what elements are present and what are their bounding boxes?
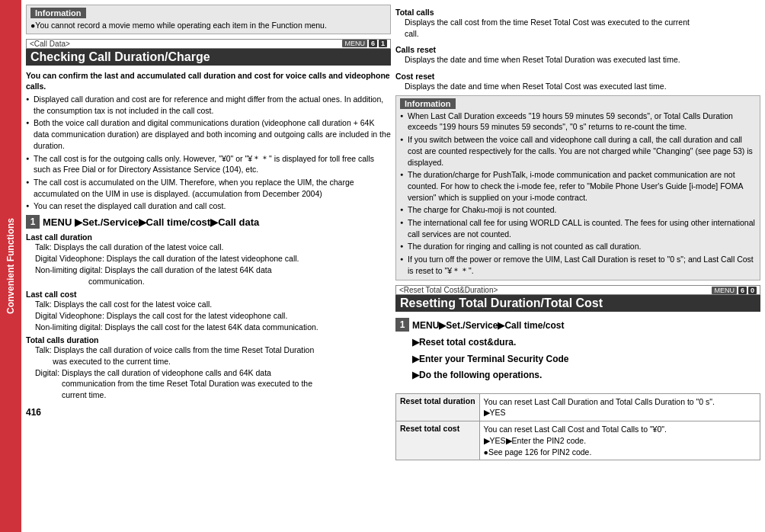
sub-label-lcd: Last call duration	[26, 232, 391, 242]
sub-label-lcc: Last call cost	[26, 290, 391, 299]
reset-section-header: <Reset Total Cost&Duration> MENU 6 0 Res…	[395, 285, 760, 312]
bullet-4: The call cost is accumulated on the UIM.…	[26, 177, 391, 199]
last-call-duration: Last call duration Talk: Displays the ca…	[26, 232, 391, 287]
reset-duration-action: ▶YES	[484, 407, 756, 418]
reset-table: Reset total duration You can reset Last …	[395, 393, 760, 460]
right-bullet-3: The duration/charge for PushTalk, i-mode…	[400, 169, 756, 203]
call-data-intro: You can confirm the last and accumulated…	[26, 70, 391, 92]
right-bullet-2: If you switch between the voice call and…	[400, 134, 756, 168]
reset-cost-content: You can reset Last Call Cost and Total C…	[479, 421, 760, 460]
call-data-title: Checking Call Duration/Charge	[26, 49, 391, 66]
menu-label: MENU	[43, 216, 72, 228]
reset-cost-action: ▶YES▶Enter the PIN2 code.	[484, 435, 756, 447]
reset-menu-icon: MENU	[712, 287, 737, 294]
bullet-3: The call cost is for the outgoing calls …	[26, 153, 391, 175]
sub-label-tcd: Total calls duration	[26, 335, 391, 345]
sub-content-cost-reset: Displays the date and time when Reset To…	[395, 81, 760, 92]
bullet-2: Both the voice call duration and digital…	[26, 117, 391, 151]
reset-duration-text: You can reset Last Call Duration and Tot…	[484, 396, 756, 408]
reset-cost-note: ●See page 126 for PIN2 code.	[484, 447, 756, 458]
reset-section-tag: <Reset Total Cost&Duration> MENU 6 0	[395, 285, 760, 295]
left-info-box: Information ●You cannot record a movie m…	[26, 5, 391, 34]
sidebar-label: Convenient Functions	[5, 218, 16, 314]
reset-menu-num1: 6	[738, 287, 747, 294]
right-info-header: Information	[400, 98, 456, 109]
right-bullet-4: The charge for Chaku-moji is not counted…	[400, 204, 756, 216]
call-data-tag-label: <Call Data>	[30, 40, 70, 48]
table-row-duration: Reset total duration You can reset Last …	[396, 393, 760, 421]
menu-num2: 1	[379, 40, 387, 47]
menu-badge: MENU 6 1	[342, 40, 387, 47]
table-row-cost: Reset total cost You can reset Last Call…	[396, 421, 760, 460]
reset-tag-label: <Reset Total Cost&Duration>	[399, 286, 498, 294]
step1-text: MENU ▶Set./Service▶Call time/cost▶Call d…	[43, 215, 259, 230]
right-bullet-6: The duration for ringing and calling is …	[400, 241, 756, 252]
right-info-bullets: When Last Call Duration exceeds "19 hour…	[400, 111, 756, 277]
sub-label-tc: Total calls	[395, 8, 760, 17]
call-data-tag: <Call Data> MENU 6 1	[26, 39, 391, 49]
menu-num1: 6	[369, 40, 377, 47]
reset-duration-content: You can reset Last Call Duration and Tot…	[479, 393, 760, 421]
total-calls-duration: Total calls duration Talk: Displays the …	[26, 335, 391, 400]
right-info-box: Information When Last Call Duration exce…	[395, 95, 760, 281]
reset-menu-badge: MENU 6 0	[712, 287, 757, 294]
sidebar: Convenient Functions	[0, 0, 21, 532]
reset-cost-label: Reset total cost	[396, 421, 480, 460]
sub-content-tcd: Talk: Displays the call duration of voic…	[26, 345, 391, 400]
menu-icon: MENU	[342, 40, 367, 47]
cost-reset: Cost reset Displays the date and time wh…	[395, 72, 760, 92]
sub-content-cr: Displays the date and time when Reset To…	[395, 54, 760, 66]
reset-section-title: Resetting Total Duration/Total Cost	[395, 295, 760, 312]
page-number: 416	[26, 407, 391, 418]
reset-cost-text: You can reset Last Call Cost and Total C…	[484, 424, 756, 435]
sub-label-cost-reset: Cost reset	[395, 72, 760, 81]
call-data-bullets: Displayed call duration and cost are for…	[26, 94, 391, 212]
left-info-header: Information	[30, 8, 86, 18]
total-calls: Total calls Displays the call cost from …	[395, 8, 760, 39]
sub-label-cr: Calls reset	[395, 45, 760, 54]
sub-content-tc: Displays the call cost from the time Res…	[395, 17, 760, 39]
reset-menu-label: MENU	[412, 320, 439, 331]
right-bullet-1: When Last Call Duration exceeds "19 hour…	[400, 111, 756, 133]
right-column: Total calls Displays the call cost from …	[395, 5, 760, 527]
bullet-1: Displayed call duration and cost are for…	[26, 94, 391, 116]
bullet-5: You can reset the displayed call duratio…	[26, 200, 391, 212]
right-bullet-5: The international call fee for using WOR…	[400, 217, 756, 239]
reset-step1-text: MENU▶Set./Service▶Call time/cost ▶Reset …	[412, 318, 569, 383]
left-info-text: ●You cannot record a movie memo while op…	[30, 20, 386, 31]
reset-duration-label: Reset total duration	[396, 393, 480, 421]
call-data-body: You can confirm the last and accumulated…	[26, 69, 391, 402]
calls-reset: Calls reset Displays the date and time w…	[395, 45, 760, 66]
sub-content-lcd: Talk: Displays the call duration of the …	[26, 242, 391, 287]
right-bullet-7: If you turn off the power or remove the …	[400, 254, 756, 276]
reset-step1-number: 1	[395, 318, 409, 332]
step1-number: 1	[26, 215, 40, 229]
sub-content-lcc: Talk: Displays the call cost for the lat…	[26, 299, 391, 332]
left-column: Information ●You cannot record a movie m…	[26, 5, 391, 527]
call-data-header: <Call Data> MENU 6 1 Checking Call Durat…	[26, 39, 391, 66]
step1: 1 MENU ▶Set./Service▶Call time/cost▶Call…	[26, 215, 391, 230]
reset-menu-num2: 0	[748, 287, 757, 294]
last-call-cost: Last call cost Talk: Displays the call c…	[26, 290, 391, 332]
reset-step1: 1 MENU▶Set./Service▶Call time/cost ▶Rese…	[395, 318, 760, 383]
